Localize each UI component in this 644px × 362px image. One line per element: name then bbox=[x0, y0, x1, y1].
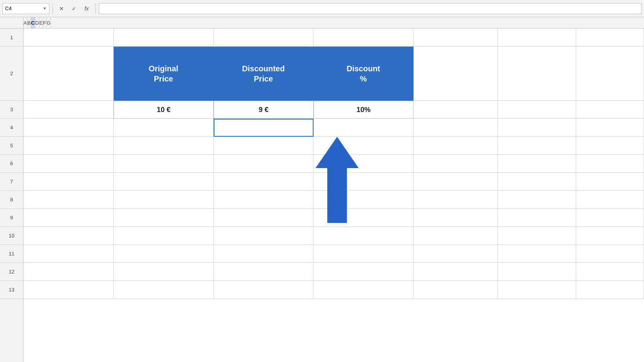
cell-F13[interactable] bbox=[498, 281, 576, 299]
col-header-A[interactable]: A bbox=[24, 17, 27, 28]
cell-G2[interactable] bbox=[576, 47, 644, 101]
cell-B13[interactable] bbox=[114, 281, 214, 299]
cell-A9[interactable] bbox=[24, 209, 114, 227]
cell-A6[interactable] bbox=[24, 155, 114, 173]
cell-C6[interactable] bbox=[214, 155, 314, 173]
cell-E13[interactable] bbox=[414, 281, 498, 299]
cell-G1[interactable] bbox=[576, 29, 644, 47]
cell-D11[interactable] bbox=[314, 245, 414, 263]
cell-G8[interactable] bbox=[576, 191, 644, 209]
cell-D2-header[interactable]: Discount % bbox=[314, 47, 414, 101]
cell-G3[interactable] bbox=[576, 101, 644, 119]
cell-B1[interactable] bbox=[114, 29, 214, 47]
cell-C12[interactable] bbox=[214, 263, 314, 281]
cell-B8[interactable] bbox=[114, 191, 214, 209]
cell-D8[interactable] bbox=[314, 191, 414, 209]
cell-G6[interactable] bbox=[576, 155, 644, 173]
cell-C11[interactable] bbox=[214, 245, 314, 263]
cell-A2[interactable] bbox=[24, 47, 114, 101]
row-num-11[interactable]: 11 bbox=[0, 245, 23, 263]
row-num-5[interactable]: 5 bbox=[0, 137, 23, 155]
cell-G9[interactable] bbox=[576, 209, 644, 227]
cell-F4[interactable] bbox=[498, 119, 576, 137]
row-num-9[interactable]: 9 bbox=[0, 209, 23, 227]
cell-A8[interactable] bbox=[24, 191, 114, 209]
cell-B2-header[interactable]: Original Price bbox=[114, 47, 214, 101]
cell-F12[interactable] bbox=[498, 263, 576, 281]
cell-B12[interactable] bbox=[114, 263, 214, 281]
cell-C3[interactable]: 9 € bbox=[214, 101, 314, 119]
cell-G5[interactable] bbox=[576, 137, 644, 155]
cell-G12[interactable] bbox=[576, 263, 644, 281]
cell-D7[interactable] bbox=[314, 173, 414, 191]
cell-E5[interactable] bbox=[414, 137, 498, 155]
cell-B9[interactable] bbox=[114, 209, 214, 227]
confirm-button[interactable]: ✓ bbox=[69, 3, 80, 14]
cell-B10[interactable] bbox=[114, 227, 214, 245]
cell-B7[interactable] bbox=[114, 173, 214, 191]
col-header-F[interactable]: F bbox=[43, 17, 47, 28]
row-num-13[interactable]: 13 bbox=[0, 281, 23, 299]
cell-D13[interactable] bbox=[314, 281, 414, 299]
cell-F5[interactable] bbox=[498, 137, 576, 155]
cell-E11[interactable] bbox=[414, 245, 498, 263]
cell-A12[interactable] bbox=[24, 263, 114, 281]
cell-D5[interactable] bbox=[314, 137, 414, 155]
cell-E12[interactable] bbox=[414, 263, 498, 281]
cell-F2[interactable] bbox=[498, 47, 576, 101]
cell-C7[interactable] bbox=[214, 173, 314, 191]
cell-D12[interactable] bbox=[314, 263, 414, 281]
col-header-C[interactable]: C bbox=[31, 17, 35, 28]
cell-E9[interactable] bbox=[414, 209, 498, 227]
cell-D3[interactable]: 10% bbox=[314, 101, 414, 119]
cell-D6[interactable] bbox=[314, 155, 414, 173]
cell-D1[interactable] bbox=[314, 29, 414, 47]
row-num-10[interactable]: 10 bbox=[0, 227, 23, 245]
cell-B3[interactable]: 10 € bbox=[114, 101, 214, 119]
formula-bar[interactable] bbox=[99, 3, 642, 14]
cell-C9[interactable] bbox=[214, 209, 314, 227]
cell-E6[interactable] bbox=[414, 155, 498, 173]
cell-E8[interactable] bbox=[414, 191, 498, 209]
cell-B4[interactable] bbox=[114, 119, 214, 137]
cell-A3[interactable] bbox=[24, 101, 114, 119]
cell-D10[interactable] bbox=[314, 227, 414, 245]
row-num-8[interactable]: 8 bbox=[0, 191, 23, 209]
cell-C13[interactable] bbox=[214, 281, 314, 299]
cell-G4[interactable] bbox=[576, 119, 644, 137]
cell-E1[interactable] bbox=[414, 29, 498, 47]
cell-F10[interactable] bbox=[498, 227, 576, 245]
function-button[interactable]: fx bbox=[81, 3, 92, 14]
cell-A4[interactable] bbox=[24, 119, 114, 137]
cell-A13[interactable] bbox=[24, 281, 114, 299]
row-num-4[interactable]: 4 bbox=[0, 119, 23, 137]
cell-B6[interactable] bbox=[114, 155, 214, 173]
cell-C4[interactable] bbox=[214, 119, 314, 137]
cell-F8[interactable] bbox=[498, 191, 576, 209]
cell-E10[interactable] bbox=[414, 227, 498, 245]
cell-C1[interactable] bbox=[214, 29, 314, 47]
cell-E7[interactable] bbox=[414, 173, 498, 191]
cell-C8[interactable] bbox=[214, 191, 314, 209]
row-num-6[interactable]: 6 bbox=[0, 155, 23, 173]
cell-F9[interactable] bbox=[498, 209, 576, 227]
row-num-1[interactable]: 1 bbox=[0, 29, 23, 47]
row-num-2[interactable]: 2 bbox=[0, 47, 23, 101]
cell-E3[interactable] bbox=[414, 101, 498, 119]
col-header-E[interactable]: E bbox=[39, 17, 43, 28]
row-num-3[interactable]: 3 bbox=[0, 101, 23, 119]
cell-F6[interactable] bbox=[498, 155, 576, 173]
cell-C5[interactable] bbox=[214, 137, 314, 155]
cell-A7[interactable] bbox=[24, 173, 114, 191]
cell-A5[interactable] bbox=[24, 137, 114, 155]
row-num-7[interactable]: 7 bbox=[0, 173, 23, 191]
row-num-12[interactable]: 12 bbox=[0, 263, 23, 281]
cell-G13[interactable] bbox=[576, 281, 644, 299]
name-box[interactable]: C4 ▼ bbox=[2, 3, 49, 14]
cell-G10[interactable] bbox=[576, 227, 644, 245]
cell-A1[interactable] bbox=[24, 29, 114, 47]
cancel-button[interactable]: ✕ bbox=[56, 3, 67, 14]
cell-B11[interactable] bbox=[114, 245, 214, 263]
cell-F1[interactable] bbox=[498, 29, 576, 47]
cell-A10[interactable] bbox=[24, 227, 114, 245]
